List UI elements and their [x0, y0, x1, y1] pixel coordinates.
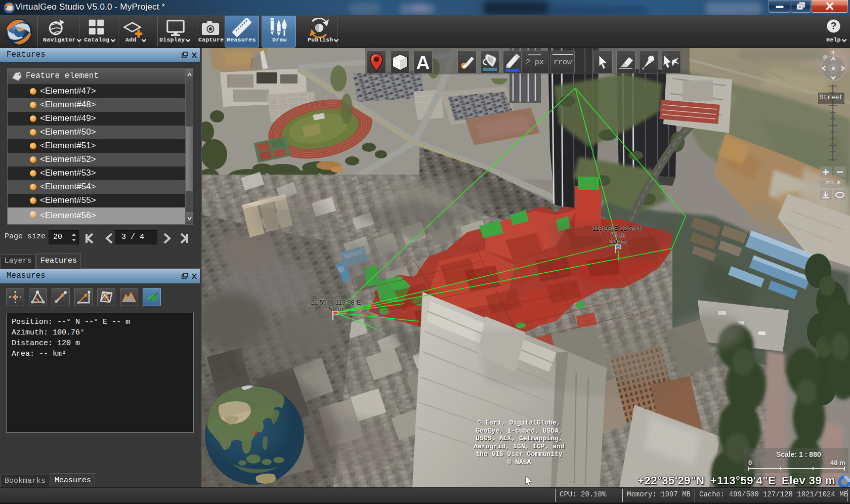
- svg-text:N: N: [831, 50, 834, 56]
- svg-text:?: ?: [831, 21, 837, 31]
- svg-text:A: A: [416, 53, 430, 72]
